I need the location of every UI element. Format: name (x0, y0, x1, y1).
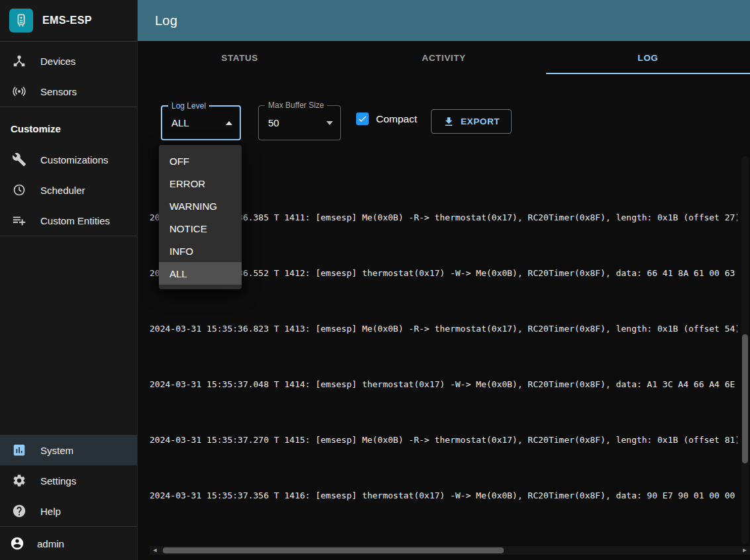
log-line: 2024-03-31 15:35:36.823 T 1413: [emsesp]… (150, 322, 737, 336)
export-button[interactable]: EXPORT (431, 109, 512, 134)
log-level-select[interactable]: Log Level ALL (161, 105, 241, 140)
sidebar: EMS-ESP Devices Sensors Customize Custom… (0, 0, 138, 560)
sidebar-item-custom-entities[interactable]: Custom Entities (0, 205, 137, 236)
log-level-option[interactable]: INFO (159, 240, 242, 262)
tab-label: LOG (637, 53, 658, 63)
compact-checkbox[interactable] (356, 113, 369, 125)
sidebar-section-customize: Customize (0, 113, 137, 144)
tab-log[interactable]: LOG (546, 41, 750, 74)
log-level-option[interactable]: ALL (159, 262, 242, 285)
log-level-menu: OFF ERROR WARNING NOTICE INFO ALL (159, 145, 242, 289)
log-line: 2024-03-31 15:35:37.270 T 1415: [emsesp]… (150, 433, 737, 447)
tab-label: ACTIVITY (422, 53, 465, 63)
user-name: admin (37, 538, 64, 549)
playlist-add-icon (11, 212, 27, 228)
tab-status[interactable]: STATUS (138, 41, 342, 74)
log-level-option[interactable]: NOTICE (159, 217, 242, 240)
app-logo-icon (9, 9, 33, 32)
app-title: EMS-ESP (42, 15, 92, 26)
sidebar-item-label: Sensors (40, 86, 77, 97)
horizontal-scrollbar[interactable]: ◄ ► (150, 546, 750, 555)
tab-activity[interactable]: ACTIVITY (342, 41, 545, 74)
sidebar-item-scheduler[interactable]: Scheduler (0, 175, 137, 205)
sidebar-item-label: System (40, 445, 73, 456)
log-controls: Log Level ALL Max Buffer Size 50 Compact… (138, 74, 750, 156)
app-bar: Log (138, 0, 750, 41)
sidebar-item-label: Devices (40, 56, 75, 67)
caret-down-icon (326, 121, 333, 125)
sidebar-item-label: Custom Entities (40, 215, 110, 226)
log-line: 2024-03-31 15:35:37.048 T 1414: [emsesp]… (150, 377, 737, 391)
sidebar-item-label: Settings (40, 475, 76, 487)
vertical-scrollbar[interactable] (741, 156, 749, 544)
horizontal-scrollbar-thumb[interactable] (163, 547, 504, 553)
log-level-label: Log Level (168, 101, 209, 111)
sidebar-item-sensors[interactable]: Sensors (0, 76, 137, 107)
compact-toggle[interactable]: Compact (356, 113, 417, 125)
sidebar-item-admin[interactable]: admin (0, 527, 137, 560)
sidebar-item-label: Scheduler (40, 185, 85, 196)
sidebar-item-settings[interactable]: Settings (0, 465, 137, 496)
sidebar-item-help[interactable]: Help (0, 496, 137, 526)
max-buffer-select[interactable]: Max Buffer Size 50 (258, 105, 341, 140)
clock-icon (11, 182, 27, 198)
caret-up-icon (226, 121, 232, 125)
download-icon (443, 116, 455, 128)
gear-icon (11, 473, 27, 489)
check-icon (357, 114, 367, 124)
sidebar-item-system[interactable]: System (0, 435, 137, 465)
divider (0, 107, 137, 107)
tab-label: STATUS (221, 53, 258, 63)
page-title: Log (155, 13, 177, 28)
wrench-icon (11, 152, 27, 167)
max-buffer-label: Max Buffer Size (265, 101, 327, 111)
log-level-option[interactable]: WARNING (159, 195, 242, 217)
horizontal-scrollbar-track[interactable] (160, 546, 739, 555)
account-circle-icon (9, 536, 25, 551)
system-analytics-icon (11, 442, 27, 458)
sidebar-item-customizations[interactable]: Customizations (0, 144, 137, 175)
tab-bar: STATUS ACTIVITY LOG (138, 41, 750, 74)
scroll-right-arrow-icon[interactable]: ► (739, 546, 750, 555)
sensors-icon (11, 83, 27, 99)
log-level-option[interactable]: OFF (159, 150, 242, 172)
sidebar-item-devices[interactable]: Devices (0, 46, 137, 76)
compact-label: Compact (376, 113, 417, 125)
devices-icon (11, 53, 27, 69)
sidebar-item-label: Customizations (40, 154, 109, 165)
help-icon (11, 503, 27, 519)
log-line: 2024-03-31 15:35:37.356 T 1416: [emsesp]… (150, 489, 737, 502)
log-level-option[interactable]: ERROR (159, 172, 242, 195)
sidebar-header: EMS-ESP (0, 0, 137, 41)
sidebar-item-label: Help (40, 506, 61, 517)
export-label: EXPORT (461, 117, 500, 126)
vertical-scrollbar-thumb[interactable] (742, 334, 748, 463)
scroll-left-arrow-icon[interactable]: ◄ (150, 546, 160, 555)
